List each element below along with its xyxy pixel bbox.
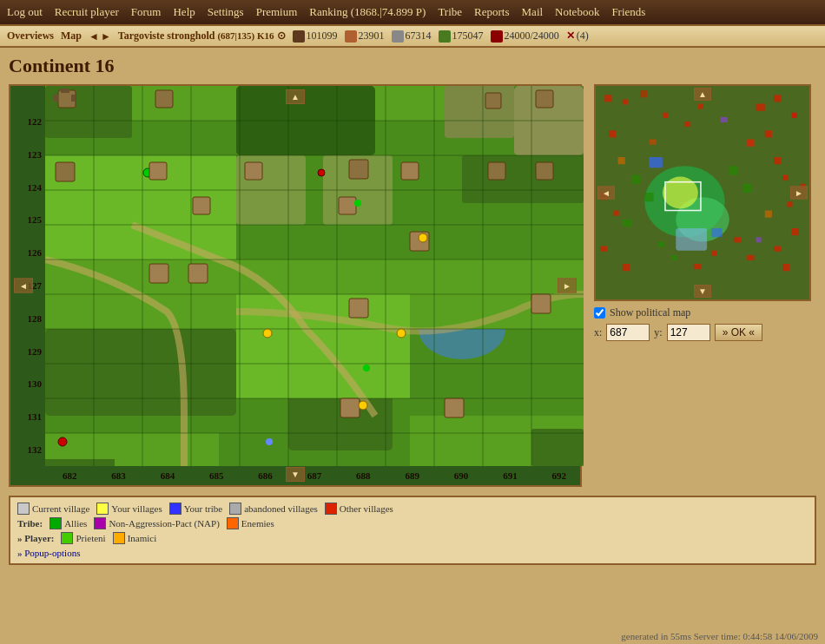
x-input[interactable] (606, 324, 650, 341)
legend-nap: Non-Aggression-Pact (NAP) (94, 517, 219, 529)
current-village-label: Current village (32, 503, 89, 514)
row-label-128: 128 (13, 313, 45, 324)
nav-recruit[interactable]: Recruit player (55, 5, 119, 19)
enemies-box (227, 517, 239, 529)
col-label-684: 684 (143, 470, 192, 481)
coords-row: x: y: » OK « (594, 324, 811, 341)
nav-ranking[interactable]: Ranking (1868.|74.899 P) (309, 5, 426, 19)
mini-nav-up[interactable] (694, 88, 711, 101)
mini-map-svg[interactable] (596, 86, 809, 299)
nav-notebook[interactable]: Notebook (555, 5, 599, 19)
map-grid[interactable]: 122 123 124 125 126 127 128 129 130 131 … (10, 86, 584, 485)
map-nav-right[interactable] (558, 279, 577, 293)
legend-current-village: Current village (17, 503, 89, 515)
svg-rect-91 (623, 264, 630, 271)
map-nav-down[interactable] (286, 467, 305, 482)
mini-map-container: Show political map x: y: » OK « (594, 84, 811, 341)
svg-point-66 (263, 329, 272, 338)
legend-abandoned: abandoned villages (229, 503, 318, 515)
pop-resource: 175047 (439, 30, 484, 43)
map-nav-up[interactable] (286, 89, 305, 104)
show-political-checkbox[interactable] (594, 307, 605, 319)
legend-row-2: Tribe: Allies Non-Aggression-Pact (NAP) … (17, 517, 808, 529)
nav-mail[interactable]: Mail (522, 5, 544, 19)
col-label-682: 682 (45, 470, 94, 481)
svg-rect-105 (765, 211, 772, 218)
svg-rect-85 (792, 113, 797, 118)
y-label: y: (654, 326, 662, 339)
col-label-690: 690 (437, 470, 485, 481)
svg-rect-6 (462, 155, 584, 203)
nav-tribe[interactable]: Tribe (438, 5, 462, 19)
map-svg[interactable] (45, 86, 584, 466)
mini-nav-left[interactable] (597, 187, 615, 200)
prev-village-btn[interactable]: ◄ (89, 30, 99, 43)
overviews-link[interactable]: Overviews (7, 30, 54, 43)
svg-rect-118 (774, 246, 781, 252)
svg-rect-51 (245, 162, 262, 180)
ok-button[interactable]: » OK « (715, 324, 762, 341)
svg-rect-109 (721, 117, 728, 122)
mini-nav-right[interactable] (790, 187, 808, 200)
nav-reports[interactable]: Reports (474, 5, 509, 19)
svg-rect-104 (618, 157, 625, 164)
svg-rect-78 (650, 157, 663, 168)
col-label-688: 688 (339, 470, 387, 481)
col-label-686: 686 (241, 470, 289, 481)
row-label-132: 132 (13, 444, 45, 455)
svg-point-61 (419, 233, 427, 242)
time-icon (491, 30, 503, 43)
svg-rect-108 (698, 104, 703, 109)
row-label-125: 125 (13, 214, 45, 225)
svg-rect-98 (631, 175, 640, 184)
svg-rect-103 (676, 228, 707, 251)
mini-map[interactable] (594, 84, 811, 301)
map-link[interactable]: Map (61, 30, 82, 43)
svg-point-71 (359, 401, 367, 410)
nav-forum[interactable]: Forum (131, 5, 162, 19)
row-label-129: 129 (13, 346, 45, 357)
svg-rect-101 (729, 166, 738, 174)
enemies-label: Enemies (241, 518, 274, 529)
legend-row-1: Current village Your villages Your tribe… (17, 503, 808, 515)
svg-rect-45 (155, 90, 173, 108)
legend-row-3: » Player: Prieteni Inamici (17, 532, 808, 544)
clay-icon (345, 30, 357, 43)
svg-rect-43 (71, 95, 76, 102)
svg-rect-54 (401, 162, 419, 180)
svg-rect-20 (445, 86, 514, 138)
nav-premium[interactable]: Premium (256, 5, 298, 19)
other-label: Other villages (340, 503, 393, 514)
map-container: 122 123 124 125 126 127 128 129 130 131 … (9, 84, 582, 487)
svg-point-72 (58, 437, 67, 446)
next-village-btn[interactable]: ► (101, 30, 111, 43)
nav-friends[interactable]: Friends (611, 5, 645, 19)
x-label: x: (594, 326, 602, 339)
y-input[interactable] (667, 324, 710, 341)
map-nav-left[interactable] (14, 279, 33, 293)
svg-rect-18 (531, 429, 584, 466)
svg-rect-69 (340, 398, 360, 417)
nav-help[interactable]: Help (173, 5, 195, 19)
svg-rect-97 (600, 246, 607, 252)
svg-rect-92 (782, 264, 789, 271)
political-map-row: Show political map (594, 306, 811, 319)
nap-label: Non-Aggression-Pact (NAP) (109, 518, 219, 529)
svg-rect-57 (193, 197, 210, 214)
svg-point-68 (363, 365, 370, 371)
svg-rect-44 (61, 89, 69, 93)
popup-options-link[interactable]: » Popup-options (17, 548, 80, 558)
mini-nav-down[interactable] (694, 285, 711, 298)
svg-rect-50 (149, 162, 167, 180)
legend-your-villages: Your villages (96, 503, 162, 515)
show-political-label[interactable]: Show political map (610, 306, 690, 319)
inamici-label: Inamici (128, 533, 157, 543)
nav-settings[interactable]: Settings (208, 5, 244, 19)
svg-rect-46 (485, 93, 501, 108)
col-labels: 682 683 684 685 686 687 688 689 690 691 … (45, 466, 584, 485)
x-count: ✕ (4) (566, 30, 589, 43)
wood-resource: 101099 (293, 30, 338, 43)
nav-logout[interactable]: Log out (7, 5, 43, 19)
svg-rect-87 (774, 157, 781, 164)
pop-max-resource: 24000/24000 (491, 30, 559, 43)
